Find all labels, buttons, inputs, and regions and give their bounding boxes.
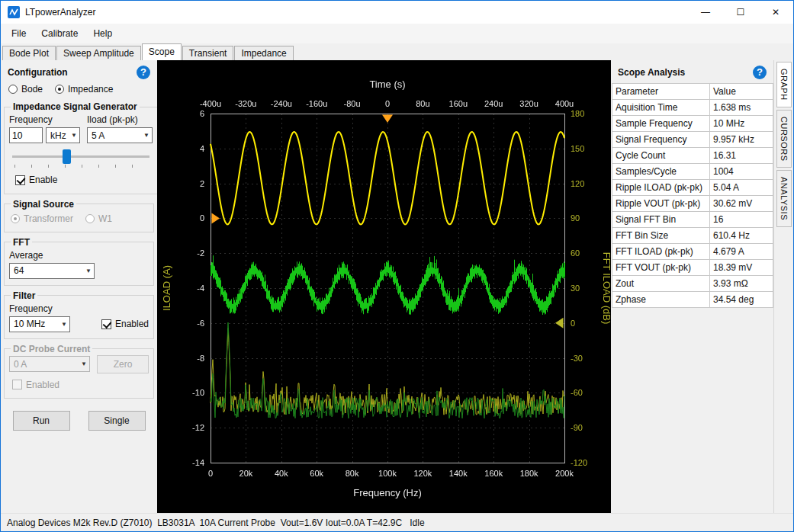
maximize-button[interactable]: ☐ [723, 1, 758, 24]
signal-source-title: Signal Source [11, 199, 76, 210]
impedance-generator-group: Impedance Signal Generator Frequency kHz… [4, 101, 157, 194]
radio-w1-label: W1 [98, 213, 112, 224]
fft-average-value: 64 [14, 265, 24, 276]
frequency-label: Frequency [9, 114, 80, 125]
status-bar: Analog Devices M2k Rev.D (Z7010) LB3031A… [1, 513, 793, 531]
dc-probe-enabled-label: Enabled [26, 380, 59, 390]
enable-checkbox[interactable]: Enable [15, 175, 57, 185]
tab-impedance[interactable]: Impedance [234, 46, 293, 60]
analysis-row: FFT VOUT (pk-pk)18.39 mV [612, 260, 773, 276]
minimize-button[interactable]: — [688, 1, 723, 24]
analysis-row: Aquisition Time1.638 ms [612, 100, 773, 116]
column-parameter: Parameter [612, 84, 710, 100]
frequency-input[interactable] [9, 127, 43, 143]
analysis-row: Sample Frequency10 MHz [612, 116, 773, 132]
analysis-panel: Scope Analysis ? Parameter Value Aquisit… [611, 60, 773, 513]
chevron-down-icon: ▼ [85, 268, 92, 274]
dc-probe-select: 0 A ▼ [9, 356, 90, 372]
menu-calibrate[interactable]: Calibrate [34, 24, 85, 43]
dc-probe-title: DC Probe Current [11, 344, 92, 354]
status-text: Analog Devices M2k Rev.D (Z7010) LB3031A… [7, 518, 425, 528]
close-button[interactable]: ✕ [758, 1, 793, 24]
chevron-down-icon: ▼ [81, 361, 87, 367]
slider-track [12, 155, 149, 158]
side-tab-graph[interactable]: GRAPH [776, 62, 792, 107]
config-help-icon[interactable]: ? [137, 66, 150, 79]
scope-canvas[interactable] [157, 60, 611, 513]
radio-transformer-label: Transformer [24, 213, 73, 224]
side-tab-analysis[interactable]: ANALYSIS [776, 170, 792, 227]
frequency-unit-value: kHz [50, 130, 66, 141]
config-panel-title: Configuration [8, 67, 68, 78]
tab-bode-plot[interactable]: Bode Plot [2, 46, 56, 60]
analysis-row: Ripple ILOAD (pk-pk)5.04 A [612, 180, 773, 196]
analysis-row: Zphase34.54 deg [612, 292, 773, 308]
analysis-row: FFT ILOAD (pk-pk)4.679 A [612, 244, 773, 260]
analysis-help-icon[interactable]: ? [753, 66, 767, 79]
iload-select[interactable]: 5 A ▼ [87, 127, 153, 143]
menu-bar: FileCalibrateHelp [1, 24, 793, 43]
menu-file[interactable]: File [4, 24, 34, 43]
frequency-unit-select[interactable]: kHz ▼ [46, 127, 80, 143]
radio-transformer: Transformer [11, 213, 73, 224]
radio-transformer-circle [11, 214, 20, 223]
analysis-header-row: Parameter Value [612, 84, 773, 100]
fft-group-title: FFT [11, 237, 32, 248]
filter-frequency-select[interactable]: 10 MHz ▼ [9, 316, 70, 332]
side-tab-cursors[interactable]: CURSORS [776, 110, 792, 168]
radio-impedance[interactable]: Impedance [55, 84, 113, 95]
config-panel: Configuration ? Bode Impedance Impedance… [1, 60, 157, 513]
menu-help[interactable]: Help [85, 24, 120, 43]
dc-probe-value: 0 A [14, 359, 27, 370]
enable-checkbox-label: Enable [29, 175, 57, 185]
iload-label: Iload (pk-pk) [87, 114, 153, 125]
tab-strip: Bode PlotSweep AmplitudeScopeTransientIm… [1, 43, 793, 60]
run-button[interactable]: Run [13, 411, 70, 431]
scope-plot [157, 60, 611, 513]
app-window: LTpowerAnalyzer — ☐ ✕ FileCalibrateHelp … [0, 0, 794, 532]
radio-bode[interactable]: Bode [8, 84, 43, 95]
chevron-down-icon: ▼ [71, 132, 77, 139]
main-area: Configuration ? Bode Impedance Impedance… [1, 60, 793, 513]
analysis-row: Zout3.93 mΩ [612, 276, 773, 292]
title-bar: LTpowerAnalyzer — ☐ ✕ [1, 1, 793, 24]
chevron-down-icon: ▼ [143, 132, 149, 139]
iload-value: 5 A [92, 130, 104, 141]
fft-average-label: Average [9, 250, 149, 261]
radio-w1[interactable]: W1 [85, 213, 112, 224]
filter-group: Filter Frequency 10 MHz ▼ Enabled [4, 290, 154, 339]
impedance-generator-title: Impedance Signal Generator [11, 101, 140, 112]
mode-radio-group: Bode Impedance [1, 82, 157, 99]
analysis-row: Signal FFT Bin16 [612, 212, 773, 228]
dc-probe-enabled-checkbox: Enabled [12, 380, 59, 390]
chevron-down-icon: ▼ [61, 321, 67, 328]
filter-frequency-value: 10 MHz [14, 319, 45, 329]
iload-slider[interactable] [11, 149, 151, 168]
tab-transient[interactable]: Transient [182, 46, 234, 60]
slider-thumb[interactable] [63, 149, 71, 164]
radio-bode-label: Bode [21, 84, 43, 95]
analysis-table: Parameter Value Aquisition Time1.638 msS… [612, 83, 773, 308]
window-controls: — ☐ ✕ [688, 1, 793, 24]
side-tab-strip: GRAPHCURSORSANALYSIS [773, 60, 793, 513]
filter-enabled-box [101, 319, 111, 329]
dc-probe-group: DC Probe Current 0 A ▼ Zero Enabled [4, 344, 154, 399]
filter-enabled-checkbox[interactable]: Enabled [101, 319, 149, 329]
dc-probe-enabled-box [12, 380, 22, 389]
enable-checkbox-box [15, 175, 25, 185]
fft-group: FFT Average 64 ▼ [4, 237, 154, 286]
window-title: LTpowerAnalyzer [25, 7, 95, 18]
fft-average-select[interactable]: 64 ▼ [9, 263, 95, 279]
filter-group-title: Filter [11, 290, 37, 301]
slider-ticks [14, 165, 148, 168]
filter-frequency-label: Frequency [9, 303, 149, 314]
tab-scope[interactable]: Scope [142, 43, 182, 60]
analysis-panel-title: Scope Analysis [618, 67, 685, 78]
radio-w1-circle [85, 214, 95, 223]
app-icon [8, 6, 20, 18]
analysis-row: Ripple VOUT (pk-pk)30.62 mV [612, 196, 773, 212]
tab-sweep-amplitude[interactable]: Sweep Amplitude [56, 46, 141, 60]
filter-enabled-label: Enabled [115, 319, 149, 329]
single-button[interactable]: Single [88, 411, 146, 431]
signal-source-group: Signal Source Transformer W1 [4, 199, 154, 232]
